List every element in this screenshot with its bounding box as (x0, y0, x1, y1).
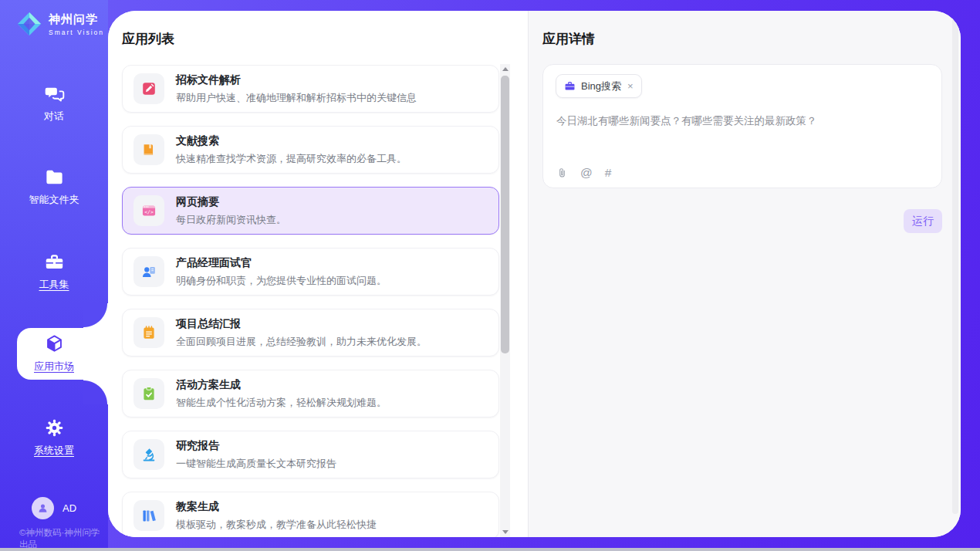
sidebar-item-label: 系统设置 (34, 444, 74, 458)
app-title: 招标文件解析 (176, 73, 417, 87)
chip-close-icon[interactable]: × (627, 80, 634, 92)
paperclip-icon[interactable] (556, 167, 568, 179)
sidebar-item-smart-folders[interactable]: 智能文件夹 (0, 167, 108, 207)
tool-chip-bing-search[interactable]: Bing搜索 × (556, 74, 642, 98)
scrollbar-thumb[interactable] (501, 76, 509, 353)
app-logo: 神州问学 Smart Vision (15, 10, 104, 38)
svg-text:</>: </> (144, 209, 154, 215)
books-icon (133, 500, 164, 531)
window-bottom-edge (0, 548, 980, 551)
app-card[interactable]: 项目总结汇报 全面回顾项目进展，总结经验教训，助力未来优化发展。 (122, 309, 499, 357)
input-toolbar: @ # (556, 167, 611, 179)
clipboard-check-icon (133, 378, 164, 409)
app-desc: 一键智能生成高质量长文本研究报告 (176, 457, 336, 471)
app-title: 文献搜索 (176, 134, 407, 148)
copyright-text: ©神州数码·神州问学出品 (19, 527, 108, 550)
app-desc: 模板驱动，教案秒成，教学准备从此轻松快捷 (176, 518, 377, 532)
active-nav-scoop-top (83, 303, 108, 328)
app-detail-panel: 应用详情 Bing搜索 × 今日湖北有哪些新闻要点？有哪些需要关注的最新政策？ … (528, 11, 961, 537)
app-list-title: 应用列表 (122, 30, 174, 48)
app-card[interactable]: 研究报告 一键智能生成高质量长文本研究报告 (122, 431, 499, 478)
sidebar-item-settings[interactable]: 系统设置 (0, 417, 108, 458)
app-card[interactable]: </> 网页摘要 每日政府新闻资讯快查。 (122, 187, 499, 235)
scroll-up-button[interactable] (500, 64, 510, 74)
user-icon (36, 502, 49, 515)
sidebar-item-label: 智能文件夹 (29, 193, 79, 207)
notepad-icon (133, 317, 164, 348)
triangle-down-icon (502, 530, 509, 534)
chat-icon (44, 83, 65, 104)
brand-name: 神州问学 (49, 12, 104, 27)
app-desc: 每日政府新闻资讯快查。 (176, 213, 286, 227)
app-desc: 智能生成个性化活动方案，轻松解决规划难题。 (176, 396, 387, 410)
app-title: 研究报告 (176, 439, 336, 453)
user-account[interactable]: AD (0, 497, 108, 519)
microscope-icon (133, 439, 164, 470)
sidebar-item-label: 对话 (44, 110, 64, 123)
run-button[interactable]: 运行 (904, 209, 942, 233)
folder-icon (44, 167, 65, 188)
app-title: 网页摘要 (176, 195, 286, 209)
interviewer-icon (133, 256, 164, 287)
app-card[interactable]: 文献搜索 快速精准查找学术资源，提高研究效率的必备工具。 (122, 126, 499, 174)
app-card[interactable]: 产品经理面试官 明确身份和职责，为您提供专业性的面试问题。 (122, 248, 499, 296)
app-desc: 全面回顾项目进展，总结经验教训，助力未来优化发展。 (176, 335, 427, 349)
prompt-input[interactable]: Bing搜索 × 今日湖北有哪些新闻要点？有哪些需要关注的最新政策？ @ # (542, 64, 942, 188)
app-detail-title: 应用详情 (542, 30, 595, 48)
cube-icon (44, 333, 65, 354)
sidebar-item-chat[interactable]: 对话 (0, 83, 108, 123)
app-title: 教案生成 (176, 500, 377, 514)
app-card[interactable]: 招标文件解析 帮助用户快速、准确地理解和解析招标书中的关键信息 (122, 65, 499, 113)
list-scrollbar[interactable] (500, 64, 510, 537)
triangle-up-icon (502, 67, 509, 71)
browser-code-icon: </> (133, 195, 164, 226)
user-initials: AD (63, 502, 76, 514)
avatar (32, 497, 54, 519)
active-nav-scoop-bottom (83, 380, 108, 404)
mention-icon[interactable]: @ (580, 167, 593, 179)
tool-chip-label: Bing搜索 (581, 79, 621, 93)
book-icon (133, 134, 164, 165)
app-desc: 明确身份和职责，为您提供专业性的面试问题。 (176, 274, 387, 288)
brand-diamond-icon (15, 10, 43, 38)
app-list-panel: 应用列表 招标文件解析 帮助用户快速、准确地理解和解析招标书中的关键信息 文献搜… (108, 11, 528, 537)
detail-scrollbar-track[interactable] (952, 17, 958, 514)
sidebar-item-label: 应用市场 (34, 360, 74, 374)
main-content: 应用列表 招标文件解析 帮助用户快速、准确地理解和解析招标书中的关键信息 文献搜… (108, 11, 961, 537)
app-desc: 快速精准查找学术资源，提高研究效率的必备工具。 (176, 152, 407, 166)
query-text[interactable]: 今日湖北有哪些新闻要点？有哪些需要关注的最新政策？ (556, 113, 930, 129)
app-title: 产品经理面试官 (176, 256, 387, 270)
briefcase-icon (564, 80, 576, 92)
sidebar: 神州问学 Smart Vision 对话 智能文件夹 工具集 (0, 0, 108, 551)
toolbox-icon (44, 252, 65, 272)
brand-subtitle: Smart Vision (49, 29, 104, 36)
sidebar-item-toolset[interactable]: 工具集 (0, 252, 108, 292)
app-title: 项目总结汇报 (176, 317, 427, 331)
app-title: 活动方案生成 (176, 378, 387, 392)
sidebar-item-label: 工具集 (39, 278, 69, 292)
app-card[interactable]: 活动方案生成 智能生成个性化活动方案，轻松解决规划难题。 (122, 370, 499, 417)
app-list: 招标文件解析 帮助用户快速、准确地理解和解析招标书中的关键信息 文献搜索 快速精… (122, 65, 499, 537)
pen-square-icon (133, 73, 164, 104)
app-card[interactable]: 教案生成 模板驱动，教案秒成，教学准备从此轻松快捷 (122, 492, 499, 537)
gear-icon (44, 417, 65, 438)
topic-icon[interactable]: # (605, 167, 612, 179)
scroll-down-button[interactable] (500, 527, 510, 537)
sidebar-item-app-market[interactable]: 应用市场 (0, 333, 108, 374)
app-desc: 帮助用户快速、准确地理解和解析招标书中的关键信息 (176, 91, 417, 105)
